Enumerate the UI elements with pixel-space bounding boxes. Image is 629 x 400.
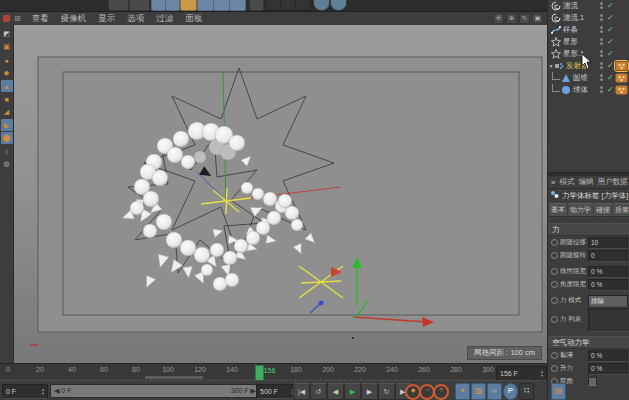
toolbar-icon[interactable] xyxy=(180,0,197,11)
viewport-3d[interactable]: 网格间距 : 100 cm xyxy=(14,25,547,363)
dynamics-body-tag-icon[interactable] xyxy=(615,73,628,83)
left-tool-icon[interactable]: ◢ xyxy=(1,106,13,118)
current-frame-field[interactable]: 156 F▲▼ xyxy=(496,366,547,381)
viewport-menu-item[interactable]: 选项 xyxy=(121,13,150,25)
animation-dot-icon[interactable] xyxy=(551,281,558,288)
attribute-mode-tab[interactable]: 编辑 xyxy=(578,177,593,187)
visibility-dots[interactable] xyxy=(600,2,603,9)
visibility-dots[interactable] xyxy=(600,86,603,93)
object-row[interactable]: 星形✓ xyxy=(548,36,629,48)
toolbar-icon[interactable] xyxy=(280,0,296,11)
enabled-check-icon[interactable]: ✓ xyxy=(607,36,614,48)
frame-range-slider[interactable]: ◀ 0 F300 F ▶ xyxy=(50,384,260,398)
animation-dot-icon[interactable] xyxy=(551,365,558,372)
play-forwards-button[interactable]: ▶ xyxy=(344,383,361,400)
left-tool-icon[interactable]: ▣ xyxy=(1,41,13,53)
end-frame-field[interactable]: 500 F▲▼ xyxy=(256,384,298,399)
object-row[interactable]: 样条✓ xyxy=(548,24,629,36)
field-value-input[interactable]: 0 % xyxy=(588,350,628,362)
toolbar-icon[interactable] xyxy=(129,0,150,11)
attribute-mode-tab[interactable]: 用户数据 xyxy=(597,177,627,187)
left-tool-icon[interactable]: ◩ xyxy=(1,28,13,40)
rotate-icon[interactable]: ↻ xyxy=(519,13,530,24)
force-list-box[interactable] xyxy=(588,308,629,332)
preview-range-bar[interactable] xyxy=(145,376,203,379)
goto-start-button[interactable]: |◀ xyxy=(293,383,310,400)
animation-dot-icon[interactable] xyxy=(551,252,558,259)
attribute-section-tab[interactable]: 碰撞 xyxy=(594,203,612,217)
left-tool-icon[interactable]: ◆ xyxy=(1,67,13,79)
field-checkbox[interactable] xyxy=(588,377,597,386)
key-position-toggle[interactable]: + xyxy=(455,383,470,400)
left-tool-icon[interactable]: ○ xyxy=(1,145,13,157)
spinner-arrows-icon[interactable]: ▲▼ xyxy=(41,388,45,396)
viewport-menu-item[interactable]: 面板 xyxy=(179,13,208,25)
left-tool-icon[interactable]: ● xyxy=(1,54,13,66)
attribute-section-tab[interactable]: 基本 xyxy=(549,203,567,217)
play-loop-button[interactable]: ↻ xyxy=(378,383,395,400)
next-frame-button[interactable]: ▶ xyxy=(361,383,378,400)
spinner-arrows-icon[interactable]: ▲▼ xyxy=(540,370,544,378)
left-tool-icon[interactable]: ◍ xyxy=(1,158,13,170)
toolbar-icon[interactable] xyxy=(229,0,246,11)
toolbar-icon[interactable] xyxy=(197,0,214,11)
toolbar-icon[interactable] xyxy=(108,0,129,11)
object-row[interactable]: 湍流.1✓ xyxy=(548,12,629,24)
animation-dot-icon[interactable] xyxy=(551,316,558,323)
previous-frame-button[interactable]: ◀ xyxy=(327,383,344,400)
animation-dot-icon[interactable] xyxy=(551,268,558,275)
field-value-input[interactable]: 0 xyxy=(588,250,628,262)
toolbar-icon[interactable] xyxy=(165,0,180,11)
toolbar-icon[interactable] xyxy=(313,0,330,11)
viewport-menu-item[interactable]: 显示 xyxy=(92,13,121,25)
visibility-dots[interactable] xyxy=(600,26,603,33)
attribute-mode-tab[interactable]: 模式 xyxy=(559,177,574,187)
timeline-ruler[interactable]: 0204060801001201401802002202402602803001… xyxy=(0,363,547,381)
enabled-check-icon[interactable]: ✓ xyxy=(607,12,614,24)
attribute-section-tab[interactable]: 质量 xyxy=(613,203,629,217)
viewport-menu-item[interactable]: 摄像机 xyxy=(55,13,93,25)
keying-help-button[interactable]: ? xyxy=(433,384,449,400)
enabled-check-icon[interactable]: ✓ xyxy=(607,72,614,84)
menu-icon[interactable]: ≡ xyxy=(551,178,555,187)
toolbar-icon[interactable] xyxy=(249,0,264,11)
visibility-dots[interactable] xyxy=(600,14,603,21)
key-pla-toggle[interactable]: ○ xyxy=(487,383,502,400)
start-frame-field[interactable]: 0 F▲▼ xyxy=(2,384,48,399)
keying-settings-button[interactable]: ∷ xyxy=(519,383,534,400)
visibility-dots[interactable] xyxy=(600,50,603,57)
left-tool-icon[interactable]: ■ xyxy=(1,93,13,105)
enabled-check-icon[interactable]: ✓ xyxy=(607,48,614,60)
visibility-dots[interactable] xyxy=(600,38,603,45)
key-parameter-toggle[interactable]: ▥ xyxy=(471,383,486,400)
maximize-view-icon[interactable]: ▣ xyxy=(532,13,543,24)
toolbar-icon[interactable] xyxy=(295,0,311,11)
field-value-input[interactable]: 0 % xyxy=(588,279,628,291)
timeline-window-button[interactable]: ▤ xyxy=(551,383,566,400)
toolbar-icon[interactable] xyxy=(265,0,281,11)
field-value-input[interactable]: 0 % xyxy=(588,266,628,278)
object-row[interactable]: 球体✓ xyxy=(548,84,629,96)
visibility-dots[interactable] xyxy=(600,74,603,81)
animation-dot-icon[interactable] xyxy=(551,352,558,359)
dynamics-body-tag-icon[interactable] xyxy=(615,85,628,95)
viewport-menu-item[interactable]: 过滤 xyxy=(150,13,179,25)
left-tool-icon[interactable]: ◣ xyxy=(1,119,13,131)
attribute-section-tab[interactable]: 动力学 xyxy=(568,203,593,217)
object-row[interactable]: 圆锥✓ xyxy=(548,72,629,84)
enabled-check-icon[interactable]: ✓ xyxy=(607,84,614,96)
play-backwards-button[interactable]: ↺ xyxy=(310,383,327,400)
visibility-dots[interactable] xyxy=(600,62,603,69)
layout-grid-icon[interactable]: ⊞ xyxy=(14,14,21,23)
field-dropdown[interactable]: 排除 xyxy=(588,295,628,307)
object-row[interactable]: 湍流✓ xyxy=(548,0,629,12)
left-tool-icon[interactable]: ▲ xyxy=(1,80,13,92)
dynamics-body-tag-icon[interactable] xyxy=(615,61,628,71)
field-value-input[interactable]: 0 % xyxy=(588,363,628,375)
zoom-icon[interactable]: ⊕ xyxy=(506,13,517,24)
left-tool-icon[interactable]: ⬤ xyxy=(1,132,13,144)
toolbar-icon[interactable] xyxy=(213,0,230,11)
scene-canvas[interactable] xyxy=(14,25,547,363)
key-point-level-toggle[interactable]: P xyxy=(503,383,518,400)
enabled-check-icon[interactable]: ✓ xyxy=(607,24,614,36)
